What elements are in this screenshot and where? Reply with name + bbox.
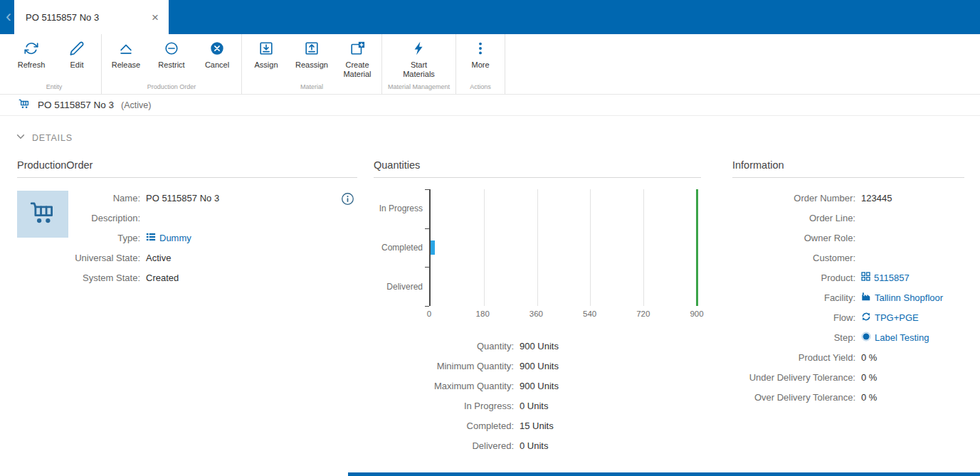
field-row: In Progress: 0 Units [374, 396, 701, 416]
field-label: Product: [732, 273, 861, 283]
button-label: Restrict [158, 60, 184, 70]
create-material-button[interactable]: Create Material [334, 34, 380, 83]
button-label: Edit [70, 60, 84, 70]
type-link[interactable]: Dummy [146, 232, 191, 244]
field-row: Order Line: [732, 208, 964, 228]
link-text: Label Testing [875, 332, 929, 343]
assign-arrow-down-box-icon [258, 41, 274, 58]
button-label: Start Materials [403, 60, 435, 78]
product-link[interactable]: 5115857 [861, 272, 910, 283]
link-text: TPG+PGE [875, 312, 919, 323]
edit-button[interactable]: Edit [54, 34, 100, 83]
toolbar-group-label: Material [243, 83, 380, 94]
field-label: Delivered: [374, 440, 520, 451]
button-label: Refresh [18, 60, 46, 70]
field-row: Quantity: 900 Units [374, 336, 701, 356]
cancel-button[interactable]: Cancel [194, 34, 240, 83]
toolbar-group-material-management: Start Materials Material Management [382, 34, 456, 94]
field-value: 15 Units [520, 420, 554, 431]
field-label: Minimum Quantity: [374, 361, 520, 371]
toolbar-group-actions: More Actions [456, 34, 505, 94]
button-label: Create Material [343, 60, 371, 78]
link-text: 5115857 [874, 273, 910, 283]
top-bar: ‹ PO 5115857 No 3 × [0, 0, 980, 34]
field-label: Customer: [732, 253, 861, 263]
chart-category-axis: In ProgressCompletedDelivered [374, 189, 429, 306]
field-label: Maximum Quantity: [374, 381, 520, 391]
entity-state-badge: (Active) [121, 100, 151, 110]
field-row: Maximum Quantity: 900 Units [374, 376, 701, 396]
information-panel: Information Order Number: 123445 Order L… [732, 159, 964, 407]
field-row: Order Number: 123445 [732, 188, 964, 208]
entity-image-tile [17, 191, 68, 238]
toolbar-group-entity: Refresh Edit Entity [7, 34, 102, 94]
assign-button[interactable]: Assign [243, 34, 289, 83]
chart-category-label: In Progress [374, 189, 429, 228]
production-order-page: ‹ PO 5115857 No 3 × Refresh Edit Entity [0, 0, 980, 476]
flow-link[interactable]: TPG+PGE [861, 312, 919, 324]
cart-icon [18, 97, 31, 113]
field-value: 900 Units [520, 360, 559, 371]
entity-header: PO 5115857 No 3 (Active) [0, 95, 980, 116]
details-section-toggle[interactable]: DETAILS [16, 132, 73, 144]
chart-tick-label: 900 [690, 310, 703, 318]
more-ellipsis-icon [473, 41, 488, 58]
refresh-button[interactable]: Refresh [9, 34, 54, 83]
create-material-box-plus-icon [349, 41, 365, 58]
reassign-button[interactable]: Reassign [289, 34, 334, 83]
chart-bar-row [431, 267, 697, 306]
field-row: Owner Role: [732, 228, 964, 248]
reassign-arrow-up-box-icon [304, 41, 320, 58]
tab-close-icon[interactable]: × [150, 11, 160, 23]
link-text: Tallinn Shopfloor [875, 292, 943, 303]
chart-x-axis: 0180360540720900 [429, 306, 697, 323]
panel-title: Quantities [374, 159, 701, 178]
info-icon[interactable] [341, 192, 354, 208]
field-label: Quantity: [374, 341, 520, 351]
field-row: Universal State: Active [17, 248, 357, 268]
field-label: Over Delivery Tolerance: [732, 392, 861, 403]
more-button[interactable]: More [458, 34, 503, 83]
restrict-button[interactable]: Restrict [149, 34, 194, 83]
facility-link[interactable]: Tallinn Shopfloor [861, 292, 943, 304]
field-label: Completed: [374, 421, 520, 431]
chart-tick-label: 540 [583, 310, 596, 318]
release-button[interactable]: Release [103, 34, 149, 83]
field-value: 0 Units [520, 400, 548, 411]
toolbar-group-label: Production Order [103, 83, 240, 94]
field-value: 0 % [861, 391, 877, 403]
field-value: 123445 [861, 192, 892, 203]
chart-category-label: Delivered [374, 267, 429, 306]
panel-title: ProductionOrder [17, 159, 357, 178]
field-value: 0 % [861, 351, 877, 363]
chart-category-label: Completed [374, 228, 429, 268]
field-value: 0 % [861, 371, 877, 383]
entity-type-list-icon [146, 232, 156, 244]
start-materials-button[interactable]: Start Materials [396, 34, 442, 83]
toolbar-group-material: Assign Reassign Create Material Material [242, 34, 382, 94]
facility-building-icon [861, 292, 871, 304]
quantities-panel: Quantities In ProgressCompletedDelivered… [374, 159, 701, 455]
field-label: Order Number: [732, 193, 861, 203]
chart-tick-label: 180 [476, 310, 490, 318]
tab-production-order[interactable]: PO 5115857 No 3 × [14, 0, 169, 34]
step-link[interactable]: Label Testing [861, 332, 929, 344]
button-label: Reassign [295, 60, 328, 70]
button-label: Cancel [205, 60, 229, 70]
button-label: Release [112, 60, 140, 70]
field-row: Minimum Quantity: 900 Units [374, 356, 701, 376]
product-grid-icon [861, 272, 870, 283]
field-value: Active [146, 252, 171, 263]
entity-title: PO 5115857 No 3 [38, 100, 114, 110]
field-row: Delivered: 0 Units [374, 435, 701, 455]
field-row: Step: Label Testing [732, 327, 964, 347]
field-label: Under Delivery Tolerance: [732, 372, 861, 383]
field-label: Universal State: [17, 253, 146, 263]
field-value: 900 Units [520, 380, 559, 391]
production-order-panel: ProductionOrder Name: PO 5115857 No 3 De… [17, 159, 357, 287]
chart-axis-tick [425, 267, 429, 268]
back-chevron-icon[interactable]: ‹ [6, 6, 11, 26]
field-value: Created [146, 272, 179, 283]
quantities-chart: In ProgressCompletedDelivered 0180360540… [374, 189, 697, 323]
field-value: 900 Units [520, 340, 559, 351]
